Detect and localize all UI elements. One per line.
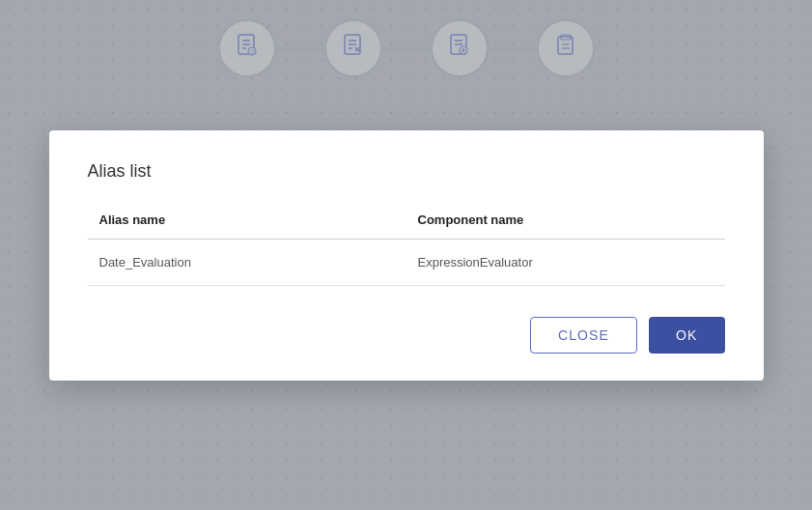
table-row: Date_Evaluation ExpressionEvaluator [88, 239, 725, 285]
ok-button[interactable]: OK [649, 317, 724, 354]
close-button[interactable]: CLOSE [530, 317, 637, 354]
dialog-title: Alias list [88, 161, 725, 182]
alias-name-cell: Date_Evaluation [88, 239, 406, 285]
alias-table: Alias name Component name Date_Evaluatio… [88, 205, 725, 286]
col-header-component-name: Component name [406, 205, 725, 240]
modal-overlay: Alias list Alias name Component name Dat… [0, 0, 812, 510]
col-header-alias-name: Alias name [88, 205, 406, 240]
dialog-actions: CLOSE OK [88, 317, 725, 354]
component-name-cell: ExpressionEvaluator [406, 239, 725, 285]
alias-list-dialog: Alias list Alias name Component name Dat… [49, 130, 764, 381]
